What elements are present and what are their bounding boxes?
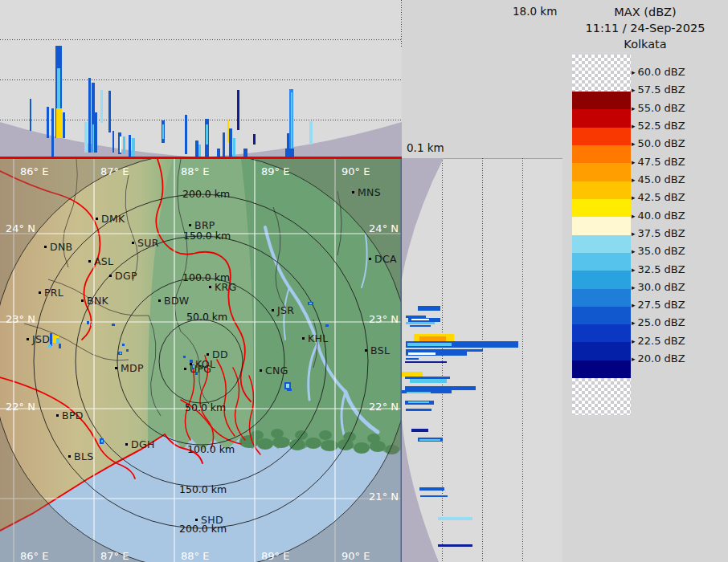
city-code: KRG xyxy=(215,281,236,293)
city-dot-icon xyxy=(158,299,161,302)
echo-bar xyxy=(410,379,447,383)
city-code: DCA xyxy=(374,253,397,265)
city-dot-icon xyxy=(27,338,29,340)
city-dot-icon xyxy=(56,414,59,417)
radar-echo xyxy=(91,324,92,326)
city-dot-icon xyxy=(302,337,305,340)
city-code: DNB xyxy=(50,241,72,253)
radar-echo xyxy=(183,356,186,358)
latitude-label: 22° N xyxy=(369,401,399,413)
scale-label-row: ▸52.5 dBZ xyxy=(632,120,685,132)
echo-bar xyxy=(223,132,225,157)
ns-profile-bars xyxy=(402,158,562,562)
scale-label: 52.5 dBZ xyxy=(638,120,685,132)
city-marker: KHL xyxy=(302,332,328,344)
city-marker: SHD xyxy=(195,514,223,526)
city-dot-icon xyxy=(195,519,198,521)
scale-label-row: ▸60.0 dBZ xyxy=(632,66,685,78)
city-code: MDP xyxy=(121,362,144,374)
scale-tick-arrow-icon: ▸ xyxy=(632,104,636,112)
latitude-label: 24° N xyxy=(369,222,399,234)
scale-tick-arrow-icon: ▸ xyxy=(632,247,636,255)
echo-bar xyxy=(108,91,111,132)
scale-tick-arrow-icon: ▸ xyxy=(632,301,636,309)
city-marker: ASL xyxy=(88,255,113,267)
echo-bar xyxy=(411,319,429,320)
echo-bar xyxy=(410,325,431,327)
scale-label: 40.0 dBZ xyxy=(638,210,685,222)
city-marker: MNS xyxy=(352,186,381,198)
scale-label: 22.5 dBZ xyxy=(638,335,685,347)
radar-echo xyxy=(287,389,292,391)
radar-echo xyxy=(286,384,289,388)
echo-bar xyxy=(406,358,419,360)
radar-echo xyxy=(112,324,115,326)
latitude-label: 23° N xyxy=(6,313,35,325)
range-ring-label: 150.0 km xyxy=(179,483,227,495)
longitude-label: 89° E xyxy=(261,165,289,177)
scale-tick-arrow-icon: ▸ xyxy=(632,176,636,184)
echo-bar xyxy=(420,495,448,497)
scale-label: 37.5 dBZ xyxy=(638,227,685,239)
city-marker: DGP xyxy=(109,270,137,282)
city-dot-icon xyxy=(369,258,371,260)
city-code: SHD xyxy=(201,514,223,526)
scale-label-row: ▸32.5 dBZ xyxy=(632,263,685,275)
radar-echo xyxy=(325,324,329,327)
city-marker: BSL xyxy=(365,344,390,356)
scale-label: 30.0 dBZ xyxy=(638,281,685,293)
echo-bar xyxy=(408,352,436,355)
city-code: MNS xyxy=(358,186,381,198)
radar-echo xyxy=(122,344,125,346)
echo-bar xyxy=(63,112,65,138)
longitude-label: 87° E xyxy=(100,165,129,177)
longitude-label: 90° E xyxy=(342,165,370,177)
city-code: JSD xyxy=(32,333,50,345)
scale-label-row: ▸55.0 dBZ xyxy=(632,102,685,114)
city-marker: BNK xyxy=(81,295,108,307)
echo-bar xyxy=(237,90,239,130)
scale-tick-arrow-icon: ▸ xyxy=(632,193,636,202)
scale-label: 25.0 dBZ xyxy=(638,316,685,328)
scale-tick-arrow-icon: ▸ xyxy=(632,140,636,148)
city-marker: BRP xyxy=(189,219,215,231)
city-dot-icon xyxy=(88,260,91,263)
city-code: JSR xyxy=(277,304,294,316)
scale-label-row: ▸27.5 dBZ xyxy=(632,299,685,311)
city-marker: KRG xyxy=(209,281,236,293)
echo-bar xyxy=(132,138,135,157)
echo-bar xyxy=(233,138,235,157)
radar-display-window: { "header": {"product": "MAX (dBZ)", "da… xyxy=(0,0,728,562)
scale-tick-arrow-icon: ▸ xyxy=(632,212,636,220)
scale-label-row: ▸37.5 dBZ xyxy=(632,227,685,239)
city-dot-icon xyxy=(109,275,112,277)
scale-tick-arrow-icon: ▸ xyxy=(632,266,636,274)
city-dot-icon xyxy=(272,309,274,312)
longitude-label: 88° E xyxy=(181,550,209,562)
scale-label: 55.0 dBZ xyxy=(638,102,685,114)
echo-bar xyxy=(47,107,49,138)
echo-bar xyxy=(407,392,431,393)
echo-bar xyxy=(406,322,435,324)
city-dot-icon xyxy=(352,191,354,193)
ew-profile-bars xyxy=(0,0,402,158)
radar-echo xyxy=(195,372,198,375)
echo-bar xyxy=(84,122,88,153)
echo-bar xyxy=(198,145,201,157)
city-code: BLS xyxy=(74,450,93,462)
city-dot-icon xyxy=(365,349,367,352)
city-code: BPD xyxy=(62,409,84,422)
city-marker: BPD xyxy=(56,409,84,422)
scale-label: 57.5 dBZ xyxy=(638,83,685,96)
scale-label-row: ▸20.0 dBZ xyxy=(632,352,685,364)
scale-label: 20.0 dBZ xyxy=(638,352,685,364)
city-marker: DGH xyxy=(125,438,155,450)
echo-bar xyxy=(51,108,54,157)
longitude-label: 87° E xyxy=(100,550,129,562)
scale-label-row: ▸50.0 dBZ xyxy=(632,137,685,149)
echo-bar xyxy=(95,112,97,153)
radar-echo xyxy=(101,440,103,442)
city-marker: DMK xyxy=(96,213,125,225)
scale-label: 45.0 dBZ xyxy=(638,173,685,185)
city-marker: BDW xyxy=(158,295,189,307)
